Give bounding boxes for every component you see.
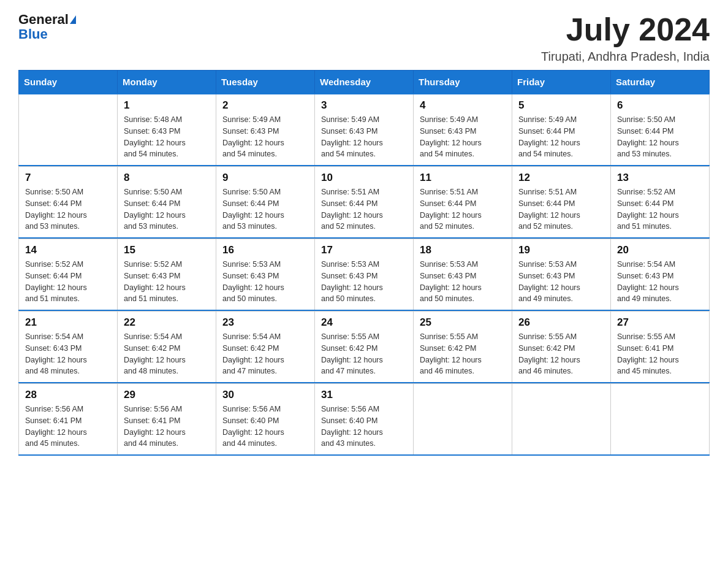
calendar-day-cell: 12Sunrise: 5:51 AMSunset: 6:44 PMDayligh… [512,167,611,239]
logo: General Blue [18,12,76,42]
logo-blue-text: Blue [18,27,48,42]
day-info: Sunrise: 5:55 AMSunset: 6:42 PMDaylight:… [321,331,407,377]
calendar-day-cell: 14Sunrise: 5:52 AMSunset: 6:44 PMDayligh… [19,239,118,311]
day-info: Sunrise: 5:53 AMSunset: 6:43 PMDaylight:… [518,259,604,305]
day-number: 23 [222,316,308,329]
day-info: Sunrise: 5:50 AMSunset: 6:44 PMDaylight:… [25,186,111,232]
day-info: Sunrise: 5:50 AMSunset: 6:44 PMDaylight:… [222,186,308,232]
calendar-day-cell: 2Sunrise: 5:49 AMSunset: 6:43 PMDaylight… [216,94,315,166]
page-header: General Blue July 2024 Tirupati, Andhra … [18,12,710,64]
weekday-header: Monday [118,71,216,94]
month-title: July 2024 [541,12,710,47]
calendar-day-cell: 29Sunrise: 5:56 AMSunset: 6:41 PMDayligh… [118,384,216,456]
day-info: Sunrise: 5:49 AMSunset: 6:44 PMDaylight:… [518,114,604,160]
calendar-day-cell: 6Sunrise: 5:50 AMSunset: 6:44 PMDaylight… [611,94,710,166]
day-info: Sunrise: 5:51 AMSunset: 6:44 PMDaylight:… [420,186,506,232]
calendar-day-cell: 7Sunrise: 5:50 AMSunset: 6:44 PMDaylight… [19,167,118,239]
day-number: 9 [222,172,308,184]
calendar-day-cell: 26Sunrise: 5:55 AMSunset: 6:42 PMDayligh… [512,312,611,383]
day-number: 4 [420,99,506,112]
day-number: 29 [124,389,210,401]
weekday-header: Wednesday [315,71,414,94]
calendar-week-row: 28Sunrise: 5:56 AMSunset: 6:41 PMDayligh… [19,384,710,456]
calendar-day-cell: 31Sunrise: 5:56 AMSunset: 6:40 PMDayligh… [315,384,414,456]
day-info: Sunrise: 5:55 AMSunset: 6:42 PMDaylight:… [518,331,604,377]
day-number: 10 [321,172,407,184]
weekday-header: Saturday [611,71,710,94]
calendar-day-cell: 11Sunrise: 5:51 AMSunset: 6:44 PMDayligh… [414,167,512,239]
calendar-day-cell [611,384,710,456]
weekday-header: Tuesday [216,71,315,94]
calendar-day-cell: 30Sunrise: 5:56 AMSunset: 6:40 PMDayligh… [216,384,315,456]
calendar-day-cell: 28Sunrise: 5:56 AMSunset: 6:41 PMDayligh… [19,384,118,456]
day-number: 1 [124,99,210,112]
calendar-day-cell: 5Sunrise: 5:49 AMSunset: 6:44 PMDaylight… [512,94,611,166]
calendar-week-row: 21Sunrise: 5:54 AMSunset: 6:43 PMDayligh… [19,312,710,383]
day-number: 21 [25,316,111,329]
calendar-day-cell: 9Sunrise: 5:50 AMSunset: 6:44 PMDaylight… [216,167,315,239]
calendar-day-cell: 18Sunrise: 5:53 AMSunset: 6:43 PMDayligh… [414,239,512,311]
day-number: 11 [420,172,506,184]
calendar-day-cell [19,94,118,166]
day-info: Sunrise: 5:55 AMSunset: 6:41 PMDaylight:… [617,331,703,377]
calendar-day-cell [414,384,512,456]
day-info: Sunrise: 5:55 AMSunset: 6:42 PMDaylight:… [420,331,506,377]
day-info: Sunrise: 5:56 AMSunset: 6:40 PMDaylight:… [321,404,407,450]
calendar-day-cell: 22Sunrise: 5:54 AMSunset: 6:42 PMDayligh… [118,312,216,383]
calendar-day-cell: 17Sunrise: 5:53 AMSunset: 6:43 PMDayligh… [315,239,414,311]
day-info: Sunrise: 5:56 AMSunset: 6:41 PMDaylight:… [25,404,111,450]
day-number: 30 [222,389,308,401]
day-number: 3 [321,99,407,112]
calendar-week-row: 1Sunrise: 5:48 AMSunset: 6:43 PMDaylight… [19,94,710,166]
day-info: Sunrise: 5:54 AMSunset: 6:42 PMDaylight:… [222,331,308,377]
title-block: July 2024 Tirupati, Andhra Pradesh, Indi… [541,12,710,64]
day-number: 16 [222,244,308,256]
day-number: 17 [321,244,407,256]
calendar-day-cell: 16Sunrise: 5:53 AMSunset: 6:43 PMDayligh… [216,239,315,311]
calendar-day-cell: 27Sunrise: 5:55 AMSunset: 6:41 PMDayligh… [611,312,710,383]
location-title: Tirupati, Andhra Pradesh, India [541,50,710,64]
calendar-day-cell: 15Sunrise: 5:52 AMSunset: 6:43 PMDayligh… [118,239,216,311]
day-info: Sunrise: 5:49 AMSunset: 6:43 PMDaylight:… [420,114,506,160]
day-number: 19 [518,244,604,256]
day-number: 13 [617,172,703,184]
day-info: Sunrise: 5:53 AMSunset: 6:43 PMDaylight:… [321,259,407,305]
day-info: Sunrise: 5:56 AMSunset: 6:41 PMDaylight:… [124,404,210,450]
calendar-day-cell: 1Sunrise: 5:48 AMSunset: 6:43 PMDaylight… [118,94,216,166]
day-number: 6 [617,99,703,112]
day-number: 8 [124,172,210,184]
day-number: 7 [25,172,111,184]
calendar-table: SundayMondayTuesdayWednesdayThursdayFrid… [18,70,710,456]
logo-general-text: General [18,12,69,27]
day-number: 27 [617,316,703,329]
calendar-day-cell: 4Sunrise: 5:49 AMSunset: 6:43 PMDaylight… [414,94,512,166]
day-number: 24 [321,316,407,329]
day-info: Sunrise: 5:48 AMSunset: 6:43 PMDaylight:… [124,114,210,160]
day-info: Sunrise: 5:50 AMSunset: 6:44 PMDaylight:… [617,114,703,160]
calendar-day-cell: 8Sunrise: 5:50 AMSunset: 6:44 PMDaylight… [118,167,216,239]
logo-triangle-icon [70,15,76,24]
calendar-day-cell: 3Sunrise: 5:49 AMSunset: 6:43 PMDaylight… [315,94,414,166]
day-info: Sunrise: 5:52 AMSunset: 6:44 PMDaylight:… [25,259,111,305]
day-number: 26 [518,316,604,329]
day-number: 15 [124,244,210,256]
day-number: 25 [420,316,506,329]
day-info: Sunrise: 5:52 AMSunset: 6:44 PMDaylight:… [617,186,703,232]
day-info: Sunrise: 5:53 AMSunset: 6:43 PMDaylight:… [420,259,506,305]
calendar-day-cell: 10Sunrise: 5:51 AMSunset: 6:44 PMDayligh… [315,167,414,239]
day-number: 22 [124,316,210,329]
weekday-header: Sunday [19,71,118,94]
day-number: 31 [321,389,407,401]
calendar-day-cell: 19Sunrise: 5:53 AMSunset: 6:43 PMDayligh… [512,239,611,311]
day-info: Sunrise: 5:52 AMSunset: 6:43 PMDaylight:… [124,259,210,305]
day-info: Sunrise: 5:51 AMSunset: 6:44 PMDaylight:… [518,186,604,232]
calendar-header-row: SundayMondayTuesdayWednesdayThursdayFrid… [19,71,710,94]
day-number: 5 [518,99,604,112]
calendar-day-cell [512,384,611,456]
calendar-week-row: 14Sunrise: 5:52 AMSunset: 6:44 PMDayligh… [19,239,710,311]
weekday-header: Friday [512,71,611,94]
day-number: 28 [25,389,111,401]
day-info: Sunrise: 5:54 AMSunset: 6:43 PMDaylight:… [25,331,111,377]
calendar-week-row: 7Sunrise: 5:50 AMSunset: 6:44 PMDaylight… [19,167,710,239]
day-info: Sunrise: 5:54 AMSunset: 6:43 PMDaylight:… [617,259,703,305]
